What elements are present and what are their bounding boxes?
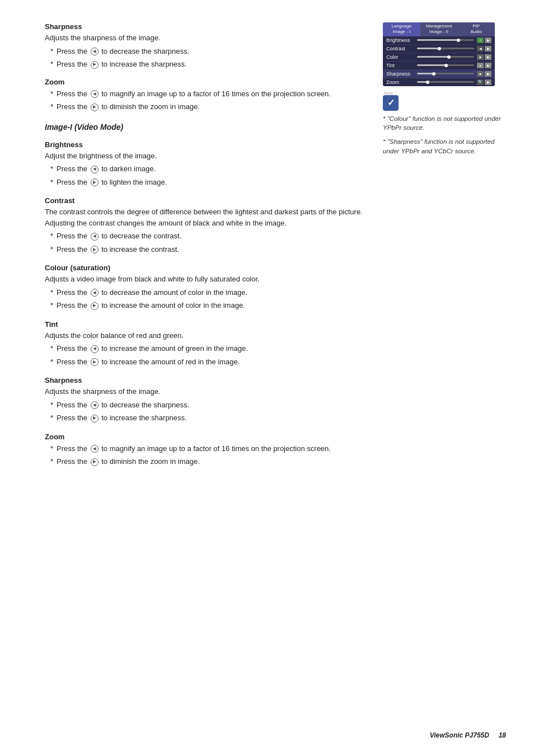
zoom-bottom-bullet-2: * Press the to diminish the zoom in imag… — [50, 456, 366, 467]
note-item-1: "Colour" function is not supported under… — [383, 114, 506, 133]
osd-row-tint: Tint ● ▶ — [383, 62, 495, 70]
bullet-star: * — [50, 46, 53, 57]
osd-row-sharpness: Sharpness ■ ▶ — [383, 70, 495, 78]
note-header: Note — [383, 95, 506, 111]
osd-btn2-brightness: ▶ — [485, 37, 491, 43]
bullet-star: * — [50, 412, 53, 424]
osd-btn-zoom: 🔍 — [477, 79, 484, 85]
osd-row-zoom: Zoom 🔍 ▶ — [383, 78, 495, 86]
osd-btn-color: ■ — [477, 54, 484, 60]
osd-slider-sharpness — [417, 73, 474, 74]
bullet-text: Press the to increase the sharpness. — [57, 412, 187, 424]
osd-fill-contrast — [417, 48, 439, 49]
bullet-star: * — [50, 177, 53, 188]
left-arrow-icon — [91, 90, 99, 98]
left-arrow-icon — [91, 401, 99, 409]
brightness-intro: Adjust the brightness of the image. — [45, 151, 366, 162]
bullet-star: * — [50, 443, 53, 454]
section-sharpness-bottom: Sharpness — [45, 376, 366, 384]
osd-slider-color — [417, 56, 474, 58]
osd-dot-zoom — [426, 81, 429, 84]
bullet-text: Press the to increase the contrast. — [57, 244, 179, 255]
osd-btn2-tint: ▶ — [485, 63, 491, 68]
right-arrow-icon — [91, 358, 99, 366]
section-brightness: Brightness — [45, 140, 366, 149]
osd-tab-label-bottom: Audio — [459, 29, 493, 35]
osd-slider-tint — [417, 64, 474, 66]
osd-tab-label-top: Language — [385, 24, 419, 29]
tint-bullet-1: * Press the to increase the amount of gr… — [50, 343, 366, 354]
note-box: Note "Colour" function is not supported … — [383, 95, 506, 156]
bullet-star: * — [50, 163, 53, 175]
section-contrast: Contrast — [45, 196, 366, 205]
osd-fill-color — [417, 56, 448, 58]
contrast-intro: The contrast controls the degree of diff… — [45, 206, 366, 228]
osd-btn2-sharpness: ▶ — [485, 71, 491, 77]
osd-fill-brightness — [417, 39, 458, 41]
osd-btn-contrast: ◀ — [477, 46, 484, 51]
bullet-text: Press the to darken image. — [57, 163, 156, 175]
bullet-star: * — [50, 101, 53, 112]
osd-label-brightness: Brightness — [386, 37, 415, 43]
contrast-bullet-1: * Press the to decrease the contrast. — [50, 231, 366, 242]
bullet-text: Press the to diminish the zoom in image. — [57, 101, 200, 112]
osd-tab-label-top: Management — [422, 24, 456, 29]
bullet-text: Press the to decrease the amount of colo… — [57, 287, 247, 298]
bullet-star: * — [50, 456, 53, 467]
osd-label-contrast: Contrast — [386, 46, 415, 51]
osd-tab-language-image1: Language Image - I — [383, 22, 420, 36]
right-arrow-icon — [91, 246, 99, 253]
osd-tabs: Language Image - I Management Image - II… — [383, 22, 495, 36]
osd-label-sharpness: Sharpness — [386, 71, 415, 77]
brightness-bullet-2: * Press the to lighten the image. — [50, 177, 366, 188]
osd-dot-brightness — [457, 39, 460, 42]
osd-slider-brightness — [417, 39, 474, 41]
sharpness-bottom-bullet-2: * Press the to increase the sharpness. — [50, 412, 366, 424]
bullet-text: Press the to decrease the sharpness. — [57, 46, 189, 57]
osd-dot-color — [447, 55, 451, 59]
bullet-text: Press the to diminish the zoom in image. — [57, 456, 200, 467]
section-zoom-top: Zoom — [45, 78, 366, 86]
osd-tab-label-bottom: Image - II — [422, 29, 456, 35]
osd-btn-tint: ● — [477, 63, 484, 68]
osd-tab-pip-audio: PIP Audio — [457, 22, 495, 36]
footer-page-number: 18 — [499, 731, 506, 739]
section-colour: Colour (saturation) — [45, 264, 366, 272]
osd-btn2-color: ▶ — [485, 54, 491, 60]
osd-btn2-contrast: ▶ — [485, 46, 491, 51]
left-arrow-icon — [91, 289, 99, 297]
osd-label-tint: Tint — [386, 63, 415, 68]
left-arrow-icon — [91, 48, 99, 55]
osd-dot-sharpness — [432, 72, 435, 76]
osd-panel: Language Image - I Management Image - II… — [383, 22, 495, 86]
left-arrow-icon — [91, 345, 99, 353]
colour-bullet-2: * Press the to increase the amount of co… — [50, 300, 366, 311]
bullet-star: * — [50, 59, 53, 70]
two-column-layout: Sharpness Adjusts the sharpness of the i… — [45, 22, 506, 469]
osd-row-contrast: Contrast ◀ ▶ — [383, 45, 495, 53]
bullet-star: * — [50, 300, 53, 311]
tint-intro: Adjusts the color balance of red and gre… — [45, 330, 366, 341]
zoom-bottom-bullet-1: * Press the to magnify an image up to a … — [50, 443, 366, 454]
osd-label-color: Color — [386, 54, 415, 60]
right-arrow-icon — [91, 458, 99, 466]
osd-dot-contrast — [438, 47, 441, 50]
contrast-bullet-2: * Press the to increase the contrast. — [50, 244, 366, 255]
osd-slider-contrast — [417, 48, 474, 49]
bullet-text: Press the to increase the amount of gree… — [57, 343, 248, 354]
osd-tab-management-image2: Management Image - II — [420, 22, 458, 36]
tint-bullet-2: * Press the to increase the amount of re… — [50, 356, 366, 368]
sharpness-bullet-1: * Press the to decrease the sharpness. — [50, 46, 366, 57]
sharpness-top-intro: Adjusts the sharpness of the image. — [45, 32, 366, 44]
sharpness-bullet-2: * Press the to increase the sharpness. — [50, 59, 366, 70]
bullet-star: * — [50, 88, 53, 100]
osd-btn-brightness: ⊙ — [477, 37, 484, 43]
zoom-top-bullet-1: * Press the to magnify an image up to a … — [50, 88, 366, 100]
bullet-star: * — [50, 356, 53, 368]
colour-intro: Adjusts a video image from black and whi… — [45, 274, 366, 285]
left-arrow-icon — [91, 233, 99, 241]
right-arrow-icon — [91, 302, 99, 310]
bullet-text: Press the to increase the sharpness. — [57, 59, 187, 70]
left-column: Sharpness Adjusts the sharpness of the i… — [45, 22, 366, 469]
left-arrow-icon — [91, 166, 99, 173]
